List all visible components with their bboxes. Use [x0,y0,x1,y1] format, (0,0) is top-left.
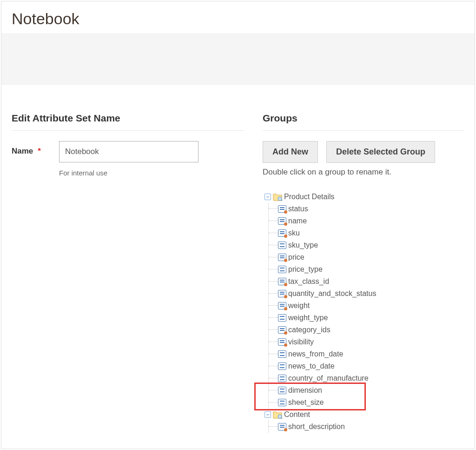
name-note: For internal use [59,169,198,177]
required-asterisk: * [38,147,41,156]
attribute-label[interactable]: tax_class_id [288,277,329,286]
attribute-node[interactable]: sku_type [269,239,464,251]
attribute-node[interactable]: sku [269,227,464,239]
attribute-label[interactable]: price [288,253,304,262]
attribute-icon [278,314,286,322]
attribute-icon [278,338,286,346]
group-children: statusnameskusku_typepriceprice_typetax_… [268,203,464,409]
delete-group-button[interactable]: Delete Selected Group [326,141,435,163]
attribute-node[interactable]: price [269,251,464,263]
attribute-label[interactable]: quantity_and_stock_status [288,289,376,298]
attribute-node[interactable]: visibility [269,336,464,348]
tree-group: −Product Detailsstatusnameskusku_typepri… [263,191,464,409]
expand-toggle-icon[interactable]: − [264,194,271,200]
name-field-row: Name * For internal use [12,141,244,177]
attribute-label[interactable]: sheet_size [288,398,324,407]
attribute-node[interactable]: weight [269,300,464,312]
attribute-node[interactable]: quantity_and_stock_status [269,288,464,300]
groups-buttons: Add New Delete Selected Group [263,141,464,163]
folder-icon [273,193,282,201]
attribute-label[interactable]: news_from_date [288,350,343,358]
attribute-icon [278,266,286,273]
attribute-icon [278,387,286,394]
attribute-node[interactable]: weight_type [269,312,464,324]
attribute-node[interactable]: status [269,203,464,215]
groups-section: Groups Add New Delete Selected Group Dou… [263,113,464,433]
group-label[interactable]: Content [284,410,310,419]
attribute-label[interactable]: country_of_manufacture [288,374,369,383]
attribute-label[interactable]: sku [288,229,300,237]
attribute-label[interactable]: sku_type [288,241,318,249]
attribute-icon [278,290,286,297]
page-title: Notebook [1,1,475,34]
attribute-node[interactable]: sheet_size [269,396,464,409]
groups-tree: −Product Detailsstatusnameskusku_typepri… [263,191,464,433]
svg-point-0 [278,197,282,201]
attribute-icon [278,229,286,237]
attribute-label[interactable]: status [288,205,308,213]
page-container: Notebook Edit Attribute Set Name Name * … [1,1,475,449]
attribute-icon [278,375,286,382]
name-label-text: Name [12,147,33,156]
svg-point-2 [278,415,282,418]
edit-name-section: Edit Attribute Set Name Name * For inter… [12,113,244,433]
attribute-node[interactable]: name [269,215,464,227]
attribute-label[interactable]: visibility [288,338,314,346]
attribute-label[interactable]: category_ids [288,326,331,334]
attribute-label[interactable]: dimension [288,386,322,395]
attribute-node[interactable]: news_to_date [269,360,464,372]
attribute-node[interactable]: category_ids [269,324,464,336]
columns: Edit Attribute Set Name Name * For inter… [1,85,475,442]
name-input[interactable] [59,141,198,162]
attribute-node[interactable]: price_type [269,263,464,275]
attribute-node[interactable]: country_of_manufacture [269,372,464,384]
attribute-icon [278,205,286,213]
attribute-label[interactable]: weight [288,302,310,310]
attribute-icon [278,423,286,430]
attribute-icon [278,254,286,261]
groups-hint: Double click on a group to rename it. [263,168,464,177]
svg-line-3 [281,418,282,419]
folder-icon [273,410,282,419]
attribute-node[interactable]: news_from_date [269,348,464,360]
attribute-label[interactable]: price_type [288,265,323,274]
name-input-wrap: For internal use [59,141,198,177]
name-label: Name * [12,141,53,156]
toolbar-band [1,34,475,85]
attribute-icon [278,399,286,406]
group-node[interactable]: −Content [263,409,464,421]
attribute-node[interactable]: dimension [269,384,464,396]
attribute-label[interactable]: short_description [288,423,345,431]
attribute-label[interactable]: news_to_date [288,362,335,370]
attribute-icon [278,302,286,309]
attribute-icon [278,217,286,225]
edit-name-title: Edit Attribute Set Name [12,113,244,131]
attribute-node[interactable]: short_description [269,421,464,433]
groups-title: Groups [263,113,464,131]
attribute-icon [278,278,286,285]
attribute-node[interactable]: tax_class_id [269,275,464,288]
attribute-icon [278,242,286,249]
group-label[interactable]: Product Details [284,193,335,201]
add-new-button[interactable]: Add New [263,141,318,163]
expand-toggle-icon[interactable]: − [264,411,271,418]
attribute-label[interactable]: weight_type [288,314,328,322]
attribute-label[interactable]: name [288,217,307,225]
group-node[interactable]: −Product Details [263,191,464,203]
attribute-icon [278,326,286,334]
group-children: short_description [268,421,464,433]
attribute-icon [278,363,286,370]
svg-line-1 [281,200,282,201]
attribute-icon [278,350,286,358]
tree-group: −Contentshort_description [263,409,464,433]
